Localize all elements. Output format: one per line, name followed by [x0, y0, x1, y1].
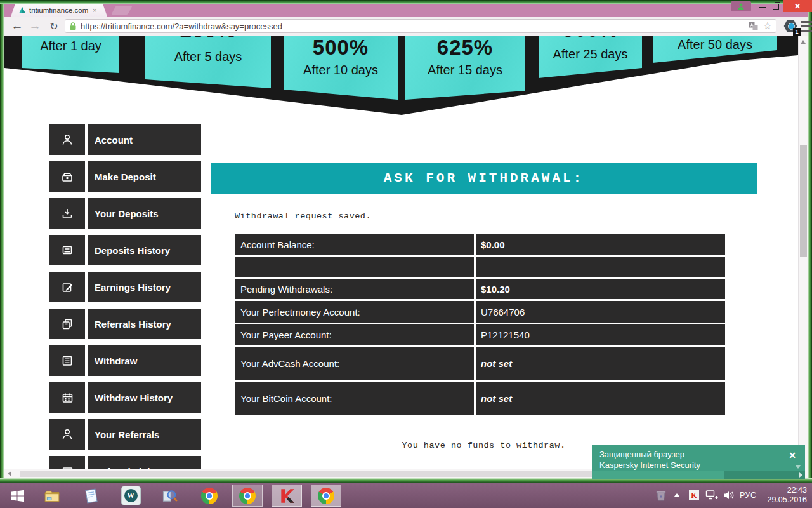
notification-close-icon[interactable]: ✕	[789, 450, 796, 460]
sidebar-item-label[interactable]: Your Referrals	[88, 419, 201, 450]
row-value: not set	[476, 347, 725, 380]
table-row: Your Payeer Account: P12121540	[235, 324, 725, 345]
chrome-icon	[318, 488, 334, 504]
start-button[interactable]	[3, 485, 33, 507]
sidebar-item-your-deposits[interactable]: Your Deposits	[49, 198, 201, 229]
sidebar-item-label[interactable]: Withdraw	[88, 345, 201, 376]
browser-toolbar: ← → ↻ https://tritiumfinance.com/?a=with…	[4, 17, 808, 36]
sidebar-item-label[interactable]: Deposits History	[88, 235, 201, 265]
sidebar-item-account[interactable]: Account	[49, 124, 201, 155]
tab-close-icon[interactable]: ×	[93, 7, 96, 14]
chrome-button[interactable]	[194, 485, 225, 507]
restore-button[interactable]	[769, 1, 783, 11]
deposit-box-icon	[49, 161, 85, 192]
sidebar-item-make-deposit[interactable]: Make Deposit	[49, 161, 201, 192]
notification-subtitle: Kaspersky Internet Security	[599, 460, 700, 470]
notepad-button[interactable]	[76, 485, 107, 507]
kaspersky-extension-button[interactable]: 1	[783, 18, 799, 34]
chrome-icon	[239, 488, 256, 504]
sidebar-menu: Account Make Deposit Your Deposits Depos…	[49, 124, 201, 469]
tray-expand-button[interactable]	[674, 483, 680, 508]
folder-icon	[43, 488, 61, 504]
plan-panel-4: 625% After 15 days	[405, 36, 525, 101]
kaspersky-notification[interactable]: Защищенный браузер Kaspersky Internet Se…	[592, 445, 805, 479]
horizontal-scroll-thumb[interactable]	[20, 471, 654, 477]
sidebar-item-withdraw[interactable]: Withdraw	[49, 345, 201, 376]
kaspersky-app-button[interactable]	[272, 485, 302, 507]
table-row: Account Balance: $0.00	[235, 234, 725, 255]
close-button[interactable]: ✕	[783, 0, 812, 12]
row-value: U7664706	[476, 301, 725, 323]
minimize-button[interactable]	[755, 1, 769, 11]
sidebar-item-deposits-history[interactable]: Deposits History	[49, 235, 201, 265]
chrome-active-button[interactable]	[311, 485, 341, 507]
bookmark-star-icon[interactable]: ☆	[763, 21, 772, 31]
user-icon	[49, 419, 85, 450]
search-icon	[161, 488, 179, 504]
user-icon	[49, 124, 85, 155]
sidebar-item-withdraw-history[interactable]: Withdraw History	[49, 382, 201, 413]
row-label: Your Perfectmoney Account:	[235, 301, 474, 323]
language-indicator[interactable]: РУС	[740, 483, 757, 508]
row-value	[476, 257, 725, 277]
row-value: $0.00	[476, 234, 725, 255]
clock-time: 22:43	[767, 486, 807, 495]
address-bar[interactable]: https://tritiumfinance.com/?a=withdraw&s…	[65, 19, 776, 33]
refresh-icon[interactable]: ↻	[45, 17, 63, 36]
table-row: Your BitCoin Account: not set	[235, 382, 725, 415]
window-border-bottom	[0, 478, 812, 483]
row-value: not set	[476, 382, 725, 415]
sidebar-item-your-referrals[interactable]: Your Referrals	[49, 419, 201, 450]
kaspersky-tray-icon: K	[689, 490, 699, 500]
url-text[interactable]: https://tritiumfinance.com/?a=withdraw&s…	[81, 22, 749, 31]
plan-percent: 200%	[145, 36, 271, 43]
sidebar-item-earnings-history[interactable]: Earnings History	[49, 272, 201, 302]
sidebar-item-label[interactable]: Withdraw History	[88, 382, 201, 413]
sidebar-item-label[interactable]: Your Deposits	[88, 198, 201, 229]
wordpad-button[interactable]: W	[115, 485, 146, 507]
vertical-scroll-thumb[interactable]	[800, 145, 807, 257]
sidebar-item-label[interactable]: Referrals History	[88, 309, 201, 339]
tray-network-button[interactable]	[705, 483, 718, 508]
download-icon	[49, 198, 85, 229]
plan-percent: 800%	[539, 36, 642, 42]
forward-icon[interactable]: →	[26, 17, 44, 36]
sidebar-item-referral-links[interactable]: Referral Links	[49, 456, 201, 469]
file-explorer-button[interactable]	[37, 485, 67, 507]
sidebar-item-referrals-history[interactable]: Referrals History	[49, 309, 201, 339]
table-grid-icon	[49, 456, 85, 469]
tab-bar: tritiumfinance.com ×	[4, 4, 808, 17]
sidebar-item-label[interactable]: Earnings History	[88, 272, 201, 302]
row-value: P12121540	[476, 324, 725, 345]
scroll-up-icon[interactable]	[801, 40, 806, 44]
table-row: Pending Withdrawals: $10.20	[235, 279, 725, 299]
new-tab-button[interactable]	[111, 6, 132, 15]
profile-button[interactable]	[731, 1, 751, 11]
sidebar-item-label[interactable]: Referral Links	[88, 456, 201, 469]
chrome-window-button[interactable]	[232, 485, 263, 507]
chrome-icon	[201, 488, 218, 504]
plan-label: After 5 days	[145, 50, 271, 64]
clock[interactable]: 22:43 29.05.2016	[769, 483, 807, 508]
vertical-scrollbar[interactable]	[798, 36, 808, 478]
search-tool-button[interactable]	[155, 485, 185, 507]
back-icon[interactable]: ←	[8, 17, 26, 36]
tray-volume-button[interactable]	[723, 483, 735, 508]
chrome-menu-icon[interactable]	[801, 21, 812, 32]
edit-pencil-icon	[49, 272, 85, 302]
row-label: Your BitCoin Account:	[235, 382, 474, 415]
sidebar-item-label[interactable]: Account	[88, 124, 201, 155]
tray-recycle-icon[interactable]	[655, 483, 667, 508]
notification-caret-icon[interactable]	[796, 465, 801, 469]
page-content: After 1 day 200% After 5 days 500% After…	[4, 36, 798, 469]
document-lines-icon	[49, 345, 85, 376]
notepad-icon	[83, 488, 100, 504]
notification-arrow-icon[interactable]	[799, 472, 802, 478]
browser-tab[interactable]: tritiumfinance.com ×	[11, 4, 107, 17]
tray-kaspersky-button[interactable]: K	[689, 483, 699, 508]
translate-icon[interactable]	[749, 22, 758, 31]
speaker-icon	[723, 490, 735, 501]
https-padlock-icon[interactable]	[69, 22, 77, 30]
sidebar-item-label[interactable]: Make Deposit	[88, 161, 201, 192]
scroll-left-icon[interactable]	[8, 471, 11, 476]
